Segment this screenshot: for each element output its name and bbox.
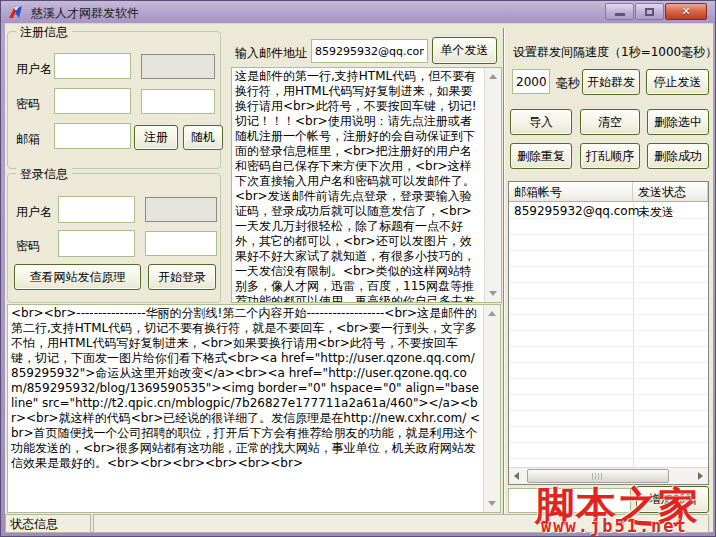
register-username-readonly-field [141, 54, 215, 79]
list-item-status: 未发送 [638, 204, 674, 221]
email-body1-textarea[interactable]: 这是邮件的第一行,支持HTML代码，但不要有换行符，用HTML代码写好复制进来，… [231, 67, 502, 303]
delete-selected-button[interactable]: 删除选中 [647, 109, 709, 135]
register-password-input[interactable] [54, 88, 131, 114]
watermark-url: www.jb51.net [541, 516, 688, 536]
login-group-title: 登录信息 [16, 166, 72, 183]
column-header-account[interactable]: 邮箱帐号 [509, 182, 633, 201]
speed-setting-label: 设置群发间隔速度（1秒=1000毫秒） [513, 44, 716, 61]
email-list-header[interactable]: 邮箱帐号 发送状态 [509, 182, 708, 202]
register-password-confirm-field[interactable] [141, 89, 215, 114]
title-bar[interactable]: 慈溪人才网群发软件 ✕ [1, 1, 715, 23]
scroll-down-icon[interactable] [488, 501, 496, 506]
panel-divider-highlight [504, 28, 505, 528]
start-login-button[interactable]: 开始登录 [148, 264, 216, 290]
register-password-label: 密码 [16, 96, 40, 113]
register-username-label: 用户名 [16, 61, 52, 78]
column-header-status[interactable]: 发送状态 [633, 182, 708, 201]
delete-duplicate-button[interactable]: 删除重复 [510, 143, 572, 169]
status-bar-label: 状态信息 [5, 514, 91, 533]
register-email-label: 邮箱 [16, 131, 40, 148]
random-register-button[interactable]: 随机 [183, 125, 223, 150]
email-address-label: 输入邮件地址 [235, 45, 307, 62]
body2-vertical-scrollbar[interactable] [483, 305, 500, 512]
minimize-icon [615, 13, 625, 16]
scroll-down-icon[interactable] [489, 291, 497, 296]
milliseconds-label: 毫秒 [556, 75, 580, 92]
register-email-input[interactable] [54, 123, 131, 149]
scroll-left-icon[interactable] [514, 472, 519, 480]
start-mass-send-button[interactable]: 开始群发 [582, 69, 640, 95]
register-button[interactable]: 注册 [134, 125, 178, 150]
minimize-button[interactable] [605, 3, 634, 20]
register-group: 注册信息 用户名 密码 邮箱 注册 随机 [7, 31, 221, 169]
shuffle-order-button[interactable]: 打乱顺序 [580, 143, 640, 169]
register-group-title: 注册信息 [16, 24, 72, 41]
email-body1-text: 这是邮件的第一行,支持HTML代码，但不要有换行符，用HTML代码写好复制进来，… [233, 68, 484, 302]
maximize-button[interactable] [635, 3, 664, 20]
scroll-up-icon[interactable] [489, 74, 497, 79]
list-item-account: 859295932@qq.com [514, 204, 639, 218]
app-icon [8, 4, 24, 20]
scroll-up-icon[interactable] [488, 311, 496, 316]
window-title: 慈溪人才网群发软件 [31, 5, 139, 22]
register-username-input[interactable] [54, 53, 131, 79]
email-address-input[interactable] [311, 39, 428, 63]
login-username-input[interactable] [58, 196, 135, 223]
delete-success-button[interactable]: 删除成功 [647, 143, 709, 169]
view-send-principle-button[interactable]: 查看网站发信原理 [14, 264, 141, 290]
email-body2-text: <br><br>----------------华丽的分割线!第二个内容开始--… [9, 305, 483, 512]
import-button[interactable]: 导入 [510, 109, 572, 135]
body1-vertical-scrollbar[interactable] [484, 68, 501, 302]
email-list-rows[interactable]: 859295932@qq.com 未发送 [509, 203, 708, 467]
email-list[interactable]: 邮箱帐号 发送状态 859295932@qq.com 未发送 [508, 181, 709, 485]
login-username-label: 用户名 [16, 204, 52, 221]
maximize-icon [645, 8, 654, 16]
client-area: 注册信息 用户名 密码 邮箱 注册 随机 登录信息 用户名 密码 查看网站发信原… [5, 23, 713, 532]
login-username-readonly-field [145, 197, 217, 222]
login-password-input[interactable] [58, 230, 135, 257]
close-button[interactable]: ✕ [665, 3, 707, 20]
login-password-extra-field[interactable] [145, 231, 217, 256]
send-single-button[interactable]: 单个发送 [432, 37, 497, 64]
interval-input[interactable] [512, 69, 550, 94]
login-password-label: 密码 [16, 238, 40, 255]
list-item[interactable]: 859295932@qq.com 未发送 [509, 203, 708, 219]
column-separator [633, 203, 634, 467]
login-group: 登录信息 用户名 密码 查看网站发信原理 开始登录 [7, 173, 221, 303]
email-body2-textarea[interactable]: <br><br>----------------华丽的分割线!第二个内容开始--… [7, 304, 501, 513]
stop-send-button[interactable]: 停止发送 [646, 69, 709, 95]
close-icon: ✕ [681, 5, 690, 18]
app-window: 慈溪人才网群发软件 ✕ 注册信息 用户名 密码 邮箱 注册 随机 登录信息 用户… [0, 0, 716, 537]
clear-button[interactable]: 清空 [580, 109, 640, 135]
